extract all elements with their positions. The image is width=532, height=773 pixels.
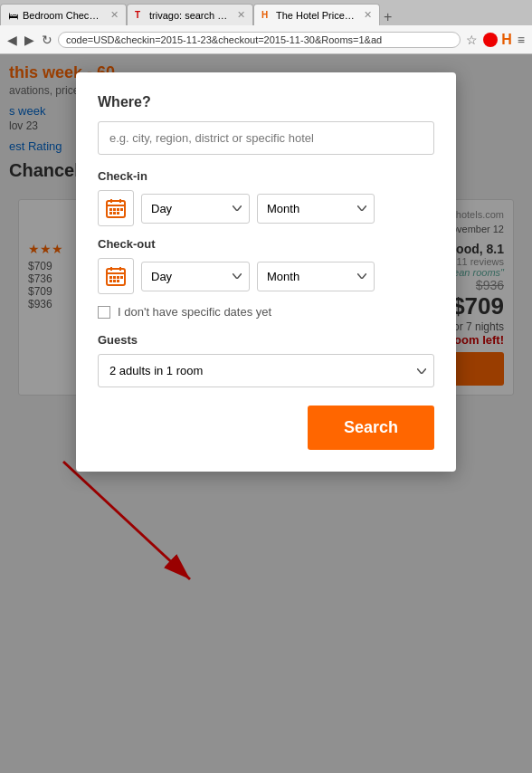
star-icon[interactable]: ☆ <box>464 31 480 49</box>
svg-rect-19 <box>117 276 119 279</box>
checkin-month-select[interactable]: Month <box>257 194 375 224</box>
search-modal: Where? Check-in D <box>76 72 456 472</box>
back-button[interactable]: ◀ <box>5 31 19 49</box>
svg-rect-6 <box>109 208 112 211</box>
tab-bar: 🛏 Bedroom Checke... ✕ T trivago: search … <box>0 0 532 25</box>
svg-rect-12 <box>117 212 119 215</box>
checkin-label: Check-in <box>98 169 434 183</box>
svg-rect-11 <box>113 212 116 215</box>
tab-label-trivago: trivago: search & c... <box>149 10 230 21</box>
modal-overlay: Where? Check-in D <box>0 54 532 773</box>
svg-rect-22 <box>113 280 116 282</box>
search-button[interactable]: Search <box>308 406 434 450</box>
svg-rect-7 <box>113 208 116 211</box>
tab-hotel-price[interactable]: H The Hotel Price - H... ✕ <box>253 4 380 25</box>
menu-button[interactable]: ≡ <box>516 31 527 49</box>
calendar-svg-checkin <box>105 197 127 219</box>
checkin-calendar-icon <box>98 190 134 226</box>
svg-rect-10 <box>109 212 112 215</box>
tab-favicon-hotel: H <box>261 10 272 21</box>
tab-trivago[interactable]: T trivago: search & c... ✕ <box>127 4 253 25</box>
address-bar-row: ◀ ▶ ↻ code=USD&checkin=2015-11-23&checko… <box>0 25 532 54</box>
checkout-month-select[interactable]: Month <box>257 262 375 291</box>
svg-rect-20 <box>120 276 123 279</box>
no-dates-checkbox[interactable] <box>98 306 110 319</box>
checkout-label: Check-out <box>98 237 434 251</box>
reload-button[interactable]: ↻ <box>40 31 54 49</box>
svg-rect-9 <box>120 208 123 211</box>
security-icon <box>483 33 498 47</box>
tab-label-hotel: The Hotel Price - H... <box>276 10 356 21</box>
tab-favicon-trivago: T <box>135 10 146 21</box>
guests-select[interactable]: 2 adults in 1 room <box>98 354 434 387</box>
modal-title: Where? <box>98 94 434 110</box>
svg-rect-23 <box>117 280 119 282</box>
forward-button[interactable]: ▶ <box>23 31 36 49</box>
guests-label: Guests <box>98 333 434 347</box>
tab-bedroom[interactable]: 🛏 Bedroom Checke... ✕ <box>0 4 127 25</box>
no-dates-label: I don't have specific dates yet <box>118 305 271 319</box>
checkout-row: Day Month <box>98 258 434 294</box>
guests-section: Guests 2 adults in 1 room <box>98 333 434 387</box>
tab-favicon-bedroom: 🛏 <box>8 10 19 21</box>
checkin-day-select[interactable]: Day <box>141 194 250 224</box>
no-dates-row: I don't have specific dates yet <box>98 305 434 319</box>
new-tab-button[interactable]: + <box>384 9 392 25</box>
browser-logo: H <box>501 32 512 48</box>
tab-label-bedroom: Bedroom Checke... <box>23 10 103 21</box>
checkout-calendar-icon <box>98 258 134 294</box>
where-input[interactable] <box>98 121 434 155</box>
svg-rect-17 <box>109 276 112 279</box>
svg-rect-8 <box>117 208 119 211</box>
address-bar[interactable]: code=USD&checkin=2015-11-23&checkout=201… <box>58 32 461 48</box>
tab-close-bedroom[interactable]: ✕ <box>110 9 119 21</box>
tab-close-trivago[interactable]: ✕ <box>237 9 245 21</box>
svg-rect-21 <box>109 280 112 282</box>
calendar-svg-checkout <box>105 265 127 287</box>
tab-close-hotel[interactable]: ✕ <box>364 9 372 21</box>
checkin-row: Day Month <box>98 190 434 226</box>
svg-rect-18 <box>113 276 116 279</box>
checkout-day-select[interactable]: Day <box>141 262 250 291</box>
